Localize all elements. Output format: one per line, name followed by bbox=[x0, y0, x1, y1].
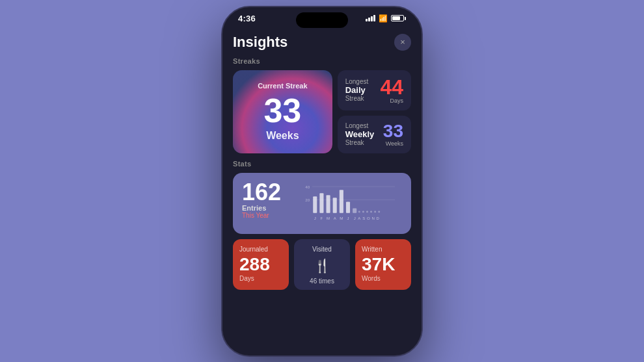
svg-text:M: M bbox=[327, 215, 330, 220]
svg-text:F: F bbox=[321, 215, 323, 220]
bar-chart: 40 20 bbox=[289, 183, 402, 226]
svg-text:M: M bbox=[340, 215, 343, 220]
svg-point-12 bbox=[362, 211, 364, 213]
svg-text:A: A bbox=[358, 215, 361, 220]
longest-daily-sub2: Streak bbox=[345, 95, 369, 102]
stats-entries-info: 162 Entries This Year bbox=[242, 181, 281, 219]
entries-sublabel: This Year bbox=[242, 212, 281, 219]
close-button[interactable]: × bbox=[394, 34, 411, 51]
modal-content: Insights × Streaks Current Streak 33 Wee… bbox=[222, 26, 422, 356]
longest-weekly-card: Longest Weekly Streak 33 Weeks bbox=[338, 116, 411, 153]
longest-daily-subtitle: Daily bbox=[345, 85, 369, 95]
svg-text:J: J bbox=[347, 215, 349, 220]
longest-daily-card: Longest Daily Streak 44 Days bbox=[338, 70, 411, 110]
written-unit: Words bbox=[362, 275, 405, 282]
svg-rect-9 bbox=[346, 201, 350, 213]
journaled-unit: Days bbox=[239, 275, 282, 282]
stats-main-card: 162 Entries This Year 40 20 bbox=[233, 173, 411, 234]
journaled-card: Journaled 288 Days bbox=[233, 239, 289, 290]
current-streak-card: Current Streak 33 Weeks bbox=[233, 70, 332, 153]
streaks-row: Current Streak 33 Weeks Longest Daily St… bbox=[233, 70, 411, 153]
svg-point-13 bbox=[366, 211, 368, 213]
streaks-section-label: Streaks bbox=[233, 57, 411, 65]
svg-text:S: S bbox=[362, 215, 365, 220]
written-label: Written bbox=[362, 246, 405, 253]
svg-text:J: J bbox=[354, 215, 356, 220]
longest-weekly-value-group: 33 Weeks bbox=[383, 122, 403, 147]
longest-weekly-value: 33 bbox=[383, 122, 403, 140]
modal-header: Insights × bbox=[233, 34, 411, 51]
chart-area: 40 20 bbox=[289, 181, 402, 226]
written-value: 37K bbox=[362, 255, 405, 274]
streak-cards-column: Longest Daily Streak 44 Days bbox=[338, 70, 411, 153]
svg-text:20: 20 bbox=[305, 198, 310, 202]
phone-frame: 4:36 📶 bbox=[221, 6, 423, 357]
svg-rect-5 bbox=[319, 193, 323, 213]
status-icons: 📶 bbox=[366, 14, 406, 23]
svg-rect-6 bbox=[327, 195, 330, 213]
stats-bottom-row: Journaled 288 Days Visited 🍴 46 times bbox=[233, 239, 411, 290]
written-card: Written 37K Words bbox=[355, 239, 411, 290]
svg-point-14 bbox=[370, 211, 372, 213]
modal-title: Insights bbox=[233, 34, 288, 51]
stats-section-label: Stats bbox=[233, 160, 411, 168]
visited-card: Visited 🍴 46 times bbox=[294, 239, 350, 290]
status-time: 4:36 bbox=[238, 14, 256, 23]
current-streak-label: Current Streak bbox=[258, 82, 307, 90]
svg-point-15 bbox=[374, 211, 376, 213]
longest-daily-value: 44 bbox=[380, 77, 403, 97]
fork-knife-icon: 🍴 bbox=[314, 258, 330, 274]
current-streak-value: 33 bbox=[263, 94, 301, 127]
longest-daily-unit: Days bbox=[390, 97, 403, 104]
journaled-label: Journaled bbox=[239, 246, 282, 253]
svg-point-16 bbox=[378, 211, 380, 213]
svg-rect-4 bbox=[313, 196, 317, 213]
battery-icon bbox=[391, 15, 406, 21]
svg-point-11 bbox=[358, 211, 360, 213]
visited-content: Visited 🍴 46 times bbox=[301, 246, 343, 285]
svg-rect-8 bbox=[340, 190, 343, 213]
stats-section: Stats 162 Entries This Year bbox=[233, 160, 411, 345]
longest-weekly-title: Longest bbox=[345, 122, 375, 129]
svg-rect-10 bbox=[353, 208, 356, 213]
visited-label: Visited bbox=[312, 246, 332, 253]
dynamic-island bbox=[296, 12, 348, 28]
longest-daily-title: Longest bbox=[345, 78, 369, 85]
journaled-value: 288 bbox=[239, 255, 282, 274]
wifi-icon: 📶 bbox=[379, 14, 388, 23]
svg-text:D: D bbox=[377, 215, 380, 220]
svg-text:A: A bbox=[334, 215, 337, 220]
phone-body: 4:36 📶 bbox=[221, 6, 423, 357]
longest-weekly-subtitle: Weekly bbox=[345, 129, 375, 139]
longest-daily-labels: Longest Daily Streak bbox=[345, 78, 369, 102]
phone-screen: 4:36 📶 bbox=[222, 7, 422, 356]
signal-icon bbox=[366, 15, 375, 21]
svg-rect-7 bbox=[333, 198, 337, 213]
longest-weekly-labels: Longest Weekly Streak bbox=[345, 122, 375, 146]
longest-daily-value-group: 44 Days bbox=[380, 77, 403, 104]
visited-value: 46 times bbox=[310, 278, 334, 285]
svg-text:40: 40 bbox=[305, 185, 310, 189]
current-streak-unit: Weeks bbox=[266, 130, 299, 142]
entries-value: 162 bbox=[242, 181, 281, 204]
svg-text:O: O bbox=[367, 215, 370, 220]
longest-weekly-unit: Weeks bbox=[386, 140, 403, 147]
svg-text:N: N bbox=[371, 215, 374, 220]
longest-weekly-sub2: Streak bbox=[345, 139, 375, 146]
svg-text:J: J bbox=[314, 215, 316, 220]
